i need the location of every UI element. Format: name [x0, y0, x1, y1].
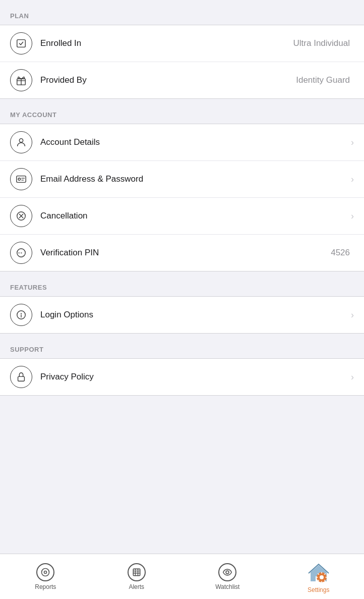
verification-pin-item: **_ Verification PIN 4526 [0, 234, 364, 271]
svg-point-23 [226, 571, 229, 574]
pin-icon: **_ [10, 242, 32, 264]
nav-alerts[interactable]: Alerts [91, 559, 183, 594]
verification-pin-label: Verification PIN [40, 248, 331, 258]
email-password-item[interactable]: Email Address & Password › [0, 160, 364, 197]
info-icon [10, 304, 32, 326]
x-circle-icon [10, 205, 32, 227]
account-details-item[interactable]: Account Details › [0, 124, 364, 160]
nav-watchlist[interactable]: Watchlist [182, 559, 273, 594]
plan-list: Enrolled In Ultra Individual Provided By… [0, 25, 364, 99]
svg-text:**_: **_ [18, 251, 25, 256]
svg-point-4 [18, 178, 21, 181]
plan-header: PLAN [0, 0, 364, 25]
bottom-nav: Reports Alerts Watchlist [0, 554, 364, 599]
svg-point-2 [19, 139, 23, 142]
features-list: Login Options › [0, 296, 364, 334]
svg-point-17 [44, 571, 47, 573]
watchlist-nav-icon [218, 563, 236, 581]
my-account-header: MY ACCOUNT [0, 99, 364, 124]
verification-pin-value: 4526 [331, 248, 350, 258]
svg-rect-0 [17, 40, 26, 47]
plan-icon [10, 32, 32, 55]
provided-by-label: Provided By [40, 75, 296, 85]
account-details-chevron: › [351, 137, 354, 148]
login-options-label: Login Options [40, 310, 351, 320]
email-password-label: Email Address & Password [40, 174, 351, 184]
svg-point-16 [42, 568, 49, 576]
provided-by-item: Provided By Identity Guard [0, 62, 364, 98]
cancellation-label: Cancellation [40, 211, 351, 221]
login-options-item[interactable]: Login Options › [0, 297, 364, 333]
privacy-policy-item[interactable]: Privacy Policy › [0, 359, 364, 395]
support-list: Privacy Policy › [0, 358, 364, 396]
support-header: SUPPORT [0, 334, 364, 358]
enrolled-in-label: Enrolled In [40, 38, 293, 48]
features-header: FEATURES [0, 271, 364, 296]
login-options-chevron: › [351, 310, 354, 320]
nav-settings[interactable]: Settings [273, 556, 365, 597]
email-password-chevron: › [351, 174, 354, 185]
id-card-icon [10, 168, 32, 190]
cancellation-chevron: › [351, 211, 354, 222]
watchlist-nav-label: Watchlist [215, 583, 239, 590]
gift-icon [10, 69, 32, 91]
cancellation-item[interactable]: Cancellation › [0, 197, 364, 234]
person-icon [10, 131, 32, 153]
enrolled-in-value: Ultra Individual [293, 38, 350, 48]
enrolled-in-item: Enrolled In Ultra Individual [0, 25, 364, 62]
svg-rect-15 [18, 376, 25, 381]
my-account-list: Account Details › Email Address & Passwo… [0, 124, 364, 271]
svg-rect-18 [133, 569, 140, 575]
alerts-nav-label: Alerts [129, 583, 144, 590]
svg-point-25 [320, 575, 324, 579]
reports-nav-icon [36, 563, 54, 581]
privacy-policy-chevron: › [351, 372, 354, 383]
alerts-nav-icon [128, 563, 146, 581]
privacy-policy-label: Privacy Policy [40, 372, 351, 382]
lock-icon [10, 366, 32, 388]
account-details-label: Account Details [40, 137, 351, 147]
settings-nav-label: Settings [308, 586, 329, 593]
reports-nav-label: Reports [35, 583, 56, 590]
nav-reports[interactable]: Reports [0, 559, 91, 594]
provided-by-value: Identity Guard [296, 75, 350, 85]
page-content: PLAN Enrolled In Ultra Individual [0, 0, 364, 446]
